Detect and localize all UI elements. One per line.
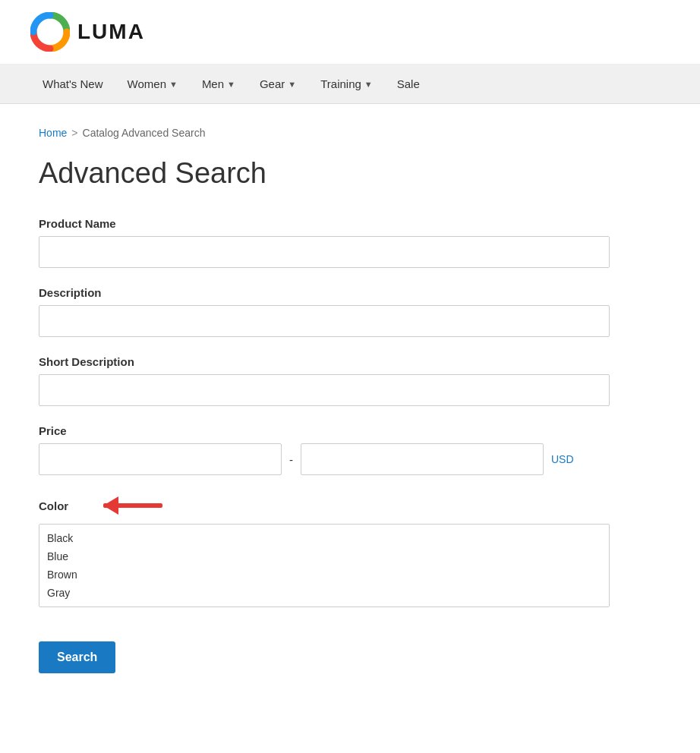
svg-marker-2	[103, 496, 118, 515]
nav-item-sale[interactable]: Sale	[385, 65, 432, 103]
short-description-input[interactable]	[39, 374, 610, 406]
breadcrumb-separator: >	[71, 127, 77, 139]
price-group: Price - USD	[39, 424, 661, 475]
chevron-down-icon: ▼	[169, 80, 178, 89]
advanced-search-form: Product Name Description Short Descripti…	[39, 217, 661, 673]
color-group: Color BlackBlueBrownGrayGreenOrangePurpl…	[39, 493, 661, 608]
logo-icon	[30, 12, 70, 52]
logo[interactable]: LUMA	[30, 12, 145, 52]
description-group: Description	[39, 286, 661, 337]
breadcrumb: Home > Catalog Advanced Search	[39, 127, 661, 139]
product-name-group: Product Name	[39, 217, 661, 268]
price-range: - USD	[39, 443, 610, 475]
color-select[interactable]: BlackBlueBrownGrayGreenOrangePurpleRedWh…	[39, 524, 610, 607]
short-description-group: Short Description	[39, 355, 661, 406]
description-input[interactable]	[39, 305, 610, 337]
color-label-row: Color	[39, 493, 661, 518]
main-nav: What's New Women ▼ Men ▼ Gear ▼ Training…	[0, 65, 700, 104]
page-title: Advanced Search	[39, 157, 661, 190]
chevron-down-icon: ▼	[364, 80, 373, 89]
nav-item-gear[interactable]: Gear ▼	[248, 65, 308, 103]
product-name-label: Product Name	[39, 217, 661, 230]
description-label: Description	[39, 286, 661, 299]
search-button[interactable]: Search	[39, 641, 115, 673]
header: LUMA	[0, 0, 700, 65]
price-separator: -	[289, 453, 293, 466]
nav-item-whats-new[interactable]: What's New	[30, 65, 115, 103]
chevron-down-icon: ▼	[227, 80, 235, 89]
breadcrumb-current: Catalog Advanced Search	[83, 127, 206, 139]
nav-item-training[interactable]: Training ▼	[308, 65, 385, 103]
breadcrumb-home[interactable]: Home	[39, 127, 67, 139]
logo-text: LUMA	[77, 20, 145, 44]
price-from-input[interactable]	[39, 443, 282, 475]
nav-item-women[interactable]: Women ▼	[115, 65, 190, 103]
price-to-input[interactable]	[301, 443, 544, 475]
color-label: Color	[39, 499, 68, 512]
nav-item-men[interactable]: Men ▼	[190, 65, 248, 103]
product-name-input[interactable]	[39, 236, 610, 268]
arrow-indicator	[80, 493, 172, 518]
chevron-down-icon: ▼	[288, 80, 296, 89]
short-description-label: Short Description	[39, 355, 661, 368]
red-arrow-icon	[80, 493, 172, 518]
main-content: Home > Catalog Advanced Search Advanced …	[8, 104, 692, 719]
price-label: Price	[39, 424, 661, 437]
price-currency: USD	[551, 453, 574, 465]
